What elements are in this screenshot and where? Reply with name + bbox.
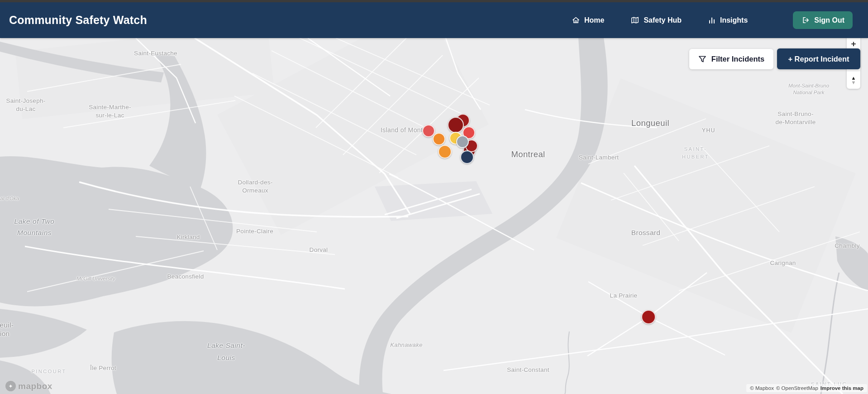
incident-marker[interactable] (438, 145, 452, 159)
nav-label-safety-hub: Safety Hub (644, 16, 682, 24)
mapbox-logo[interactable]: ✦ mapbox (5, 381, 52, 391)
report-incident-label: + Report Incident (788, 55, 849, 63)
nav-item-safety-hub[interactable]: Safety Hub (630, 16, 682, 24)
incident-marker[interactable] (456, 135, 469, 148)
nav-label-insights: Insights (720, 16, 748, 24)
main-nav: Home Safety Hub Insights Sign Out (572, 11, 853, 29)
funnel-icon (698, 55, 706, 63)
incident-marker[interactable] (641, 310, 656, 324)
tilt-control[interactable]: ▲ ▼ (847, 71, 860, 89)
tilt-down-icon: ▼ (851, 80, 856, 85)
report-incident-button[interactable]: + Report Incident (777, 48, 860, 69)
filter-incidents-label: Filter Incidents (711, 55, 764, 63)
bar-chart-icon (708, 16, 716, 24)
attribution-mapbox-link[interactable]: © Mapbox (750, 385, 774, 391)
mapbox-logo-text: mapbox (18, 381, 52, 391)
incident-marker[interactable] (460, 150, 474, 164)
window-top-edge (0, 0, 868, 2)
nav-label-home: Home (584, 16, 604, 24)
nav-item-insights[interactable]: Insights (708, 16, 748, 24)
app-header: Community Safety Watch Home Safety Hub I… (0, 0, 868, 38)
improve-map-link[interactable]: Improve this map (820, 385, 863, 391)
incident-marker[interactable] (448, 117, 464, 133)
home-icon (572, 16, 580, 24)
app-title: Community Safety Watch (9, 14, 147, 27)
nav-item-home[interactable]: Home (572, 16, 604, 24)
map-attribution: © Mapbox © OpenStreetMap Improve this ma… (746, 384, 867, 392)
incident-marker[interactable] (422, 125, 435, 137)
filter-incidents-button[interactable]: Filter Incidents (689, 49, 773, 69)
map-icon (630, 16, 639, 24)
mapbox-logo-icon: ✦ (5, 381, 16, 391)
attribution-osm-link[interactable]: © OpenStreetMap (776, 385, 818, 391)
sign-out-label: Sign Out (814, 16, 844, 24)
sign-out-button[interactable]: Sign Out (793, 11, 853, 29)
sign-out-icon (801, 16, 810, 24)
zoom-in-glyph: + (851, 39, 856, 49)
incident-marker[interactable] (433, 133, 445, 145)
